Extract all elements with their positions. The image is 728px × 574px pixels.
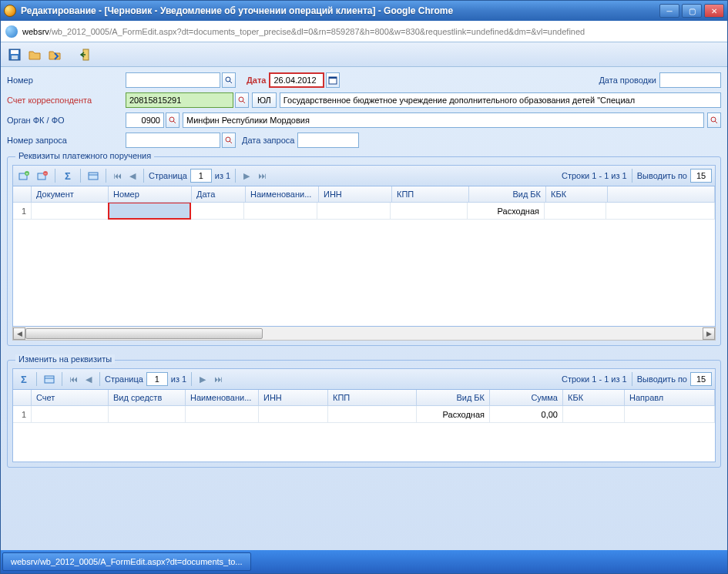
folder-button[interactable]	[27, 47, 42, 62]
corr-account-input[interactable]	[126, 92, 233, 108]
svg-rect-22	[89, 173, 98, 180]
grid1-page-label: Страница	[149, 171, 187, 180]
grid1-rows-info: Строки 1 - 1 из 1	[562, 171, 627, 180]
grid1-add-button[interactable]: +	[16, 168, 32, 183]
url-text: websrv/wb_2012_0005/A_FormEdit.aspx?dt=d…	[22, 27, 585, 36]
request-date-input[interactable]	[297, 133, 359, 148]
grid2-toolbar: Σ ⏮ ◀ Страница из 1 ▶ ⏭ Строки 1 - 1 из …	[12, 368, 716, 390]
grid1-delete-button[interactable]: −	[35, 168, 50, 183]
scroll-right-button[interactable]: ▶	[703, 327, 715, 340]
grid1-col-vidbk[interactable]: Вид БК	[469, 186, 546, 202]
request-num-input[interactable]	[126, 133, 220, 148]
grid1-per-page-label: Выводить по	[637, 171, 687, 180]
grid2-last-page-button[interactable]: ⏭	[212, 373, 224, 385]
organ-name-display: Минфин Республики Мордовия	[183, 112, 704, 128]
posting-date-input[interactable]	[659, 72, 721, 88]
grid2-col-direction[interactable]: Направл	[625, 390, 715, 405]
grid1-per-page-input[interactable]	[690, 169, 712, 183]
organ-lookup-button[interactable]	[166, 112, 179, 128]
grid2-prev-page-button[interactable]: ◀	[82, 373, 95, 385]
grid2-rows-info: Строки 1 - 1 из 1	[562, 374, 627, 384]
maximize-button[interactable]: ▢	[682, 4, 702, 18]
number-input[interactable]	[126, 72, 220, 88]
grid1-col-document[interactable]: Документ	[32, 186, 109, 202]
change-details-legend: Изменить на реквизиты	[15, 354, 115, 364]
grid1-col-kpp[interactable]: КПП	[392, 186, 469, 202]
grid2-per-page-input[interactable]	[690, 372, 712, 386]
grid1-col-number[interactable]: Номер	[109, 186, 192, 202]
grid2-col-vidbk[interactable]: Вид БК	[417, 390, 490, 405]
grid2-cell-sum: 0,00	[490, 406, 563, 422]
grid1-cell-number[interactable]	[108, 203, 191, 220]
grid1-next-page-button[interactable]: ▶	[240, 170, 253, 182]
grid2-col-name[interactable]: Наименовани...	[186, 390, 259, 405]
grid2-col-kbk[interactable]: КБК	[563, 390, 625, 405]
grid2-col-account[interactable]: Счет	[32, 390, 109, 405]
minimize-button[interactable]: ─	[659, 4, 679, 18]
grid1-sum-button[interactable]: Σ	[60, 168, 75, 183]
grid1-hscrollbar[interactable]: ◀ ▶	[12, 327, 716, 341]
folder-arrow-button[interactable]	[47, 47, 62, 62]
table-row[interactable]: 1 Расходная	[13, 203, 715, 220]
grid1-body: 1 Расходная	[13, 203, 715, 326]
grid1-cell-inn	[317, 203, 391, 219]
grid1-last-page-button[interactable]: ⏭	[256, 170, 268, 182]
grid1-page-input[interactable]	[190, 169, 212, 183]
organ-name-lookup-button[interactable]	[707, 112, 721, 128]
organ-code-input[interactable]	[126, 112, 164, 128]
grid1-col-extra[interactable]	[608, 186, 715, 202]
grid1-col-date[interactable]: Дата	[192, 186, 246, 202]
scroll-left-button[interactable]: ◀	[13, 327, 25, 340]
grid1-cell-num: 1	[13, 203, 32, 219]
svg-line-11	[173, 121, 176, 123]
grid2-col-fundtype[interactable]: Вид средств	[109, 390, 186, 405]
grid1-first-page-button[interactable]: ⏮	[111, 170, 123, 182]
taskbar: websrv/wb_2012_0005/A_FormEdit.aspx?dt=d…	[1, 550, 727, 573]
exit-button[interactable]	[78, 47, 93, 62]
grid2-col-inn[interactable]: ИНН	[259, 390, 328, 405]
grid1-col-rownum[interactable]	[13, 186, 32, 202]
table-row[interactable]: 1 Расходная 0,00	[13, 406, 715, 423]
grid1-col-name[interactable]: Наименовани...	[246, 186, 319, 202]
globe-icon	[5, 25, 18, 38]
grid2-refresh-button[interactable]	[42, 371, 57, 387]
grid1-col-kbk[interactable]: КБК	[546, 186, 608, 202]
grid2-page-input[interactable]	[146, 372, 168, 386]
number-lookup-button[interactable]	[222, 72, 236, 88]
request-date-label: Дата запроса	[242, 136, 294, 145]
date-label: Дата	[247, 76, 266, 85]
svg-text:+: +	[25, 171, 29, 176]
grid2-first-page-button[interactable]: ⏮	[67, 373, 79, 385]
organ-label: Орган ФК / ФО	[7, 116, 122, 125]
svg-line-15	[230, 141, 232, 143]
grid1-cell-kpp	[391, 203, 468, 219]
svg-rect-2	[12, 55, 18, 59]
window-titlebar: Редактирование - [Черновик - Уведомление…	[1, 1, 727, 21]
save-button[interactable]	[7, 47, 22, 62]
legal-entity-button[interactable]: ЮЛ	[252, 92, 277, 108]
svg-rect-1	[11, 50, 18, 54]
date-input[interactable]	[269, 72, 324, 88]
svg-text:−: −	[44, 171, 47, 176]
grid2-sum-button[interactable]: Σ	[16, 371, 32, 387]
svg-line-9	[243, 101, 245, 103]
request-num-lookup-button[interactable]	[222, 133, 236, 148]
close-button[interactable]: ✕	[704, 4, 724, 18]
grid1-cell-date	[190, 203, 244, 219]
corr-account-lookup-button[interactable]	[235, 92, 249, 108]
grid2-per-page-label: Выводить по	[637, 374, 687, 384]
taskbar-item[interactable]: websrv/wb_2012_0005/A_FormEdit.aspx?dt=d…	[2, 552, 251, 571]
change-details-fieldset: Изменить на реквизиты Σ ⏮ ◀ Страница из …	[7, 360, 721, 468]
corr-name-display: Государственное бюджетное учреждение доп…	[280, 92, 721, 108]
grid2-col-rownum[interactable]	[13, 390, 32, 405]
grid1-col-inn[interactable]: ИНН	[319, 186, 392, 202]
grid2-col-kpp[interactable]: КПП	[328, 390, 417, 405]
grid2-next-page-button[interactable]: ▶	[196, 373, 209, 385]
grid1-prev-page-button[interactable]: ◀	[126, 170, 139, 182]
grid2-col-sum[interactable]: Сумма	[490, 390, 563, 405]
main-toolbar	[1, 42, 727, 67]
address-bar[interactable]: websrv/wb_2012_0005/A_FormEdit.aspx?dt=d…	[1, 21, 727, 42]
scroll-thumb[interactable]	[25, 328, 263, 339]
date-calendar-button[interactable]	[326, 72, 340, 88]
grid1-refresh-button[interactable]	[86, 168, 101, 183]
